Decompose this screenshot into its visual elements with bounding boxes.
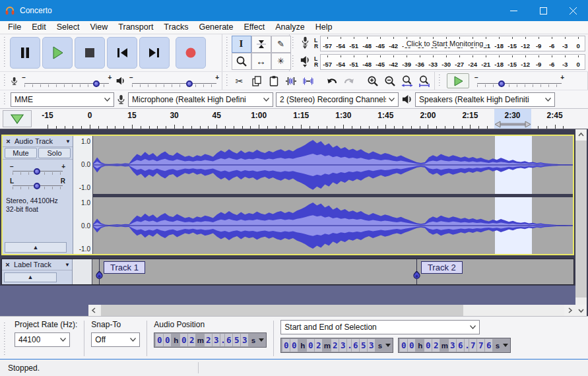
slider-thumb[interactable] <box>34 168 40 175</box>
monitoring-overlay[interactable]: Click to Start Monitoring <box>404 40 486 47</box>
time-digit[interactable]: 0 <box>424 339 432 352</box>
time-digit[interactable]: . <box>347 339 351 352</box>
vertical-scale-ruler[interactable]: 1.00.0-1.01.00.0-1.0 <box>73 136 93 254</box>
playback-device-select[interactable]: Speakers (Realtek High Definiti <box>415 92 555 107</box>
toolbar-grip[interactable] <box>438 75 441 87</box>
recording-meter-button[interactable] <box>296 36 313 51</box>
label-text[interactable]: Track 2 <box>421 261 463 274</box>
time-digit[interactable]: 2 <box>188 334 195 346</box>
toolbar-grip[interactable] <box>226 75 228 87</box>
track-menu-dropdown-icon[interactable]: ▼ <box>65 139 71 144</box>
track-title[interactable]: Label Track <box>13 261 63 268</box>
time-digit[interactable]: 6 <box>352 339 359 352</box>
snap-to-select[interactable]: Off <box>91 332 140 347</box>
minimize-button[interactable] <box>499 0 529 21</box>
zoom-out-button[interactable] <box>381 74 398 88</box>
track-menu-dropdown-icon[interactable]: ▼ <box>65 262 71 268</box>
menu-item-edit[interactable]: Edit <box>26 21 51 34</box>
vertical-scrollbar[interactable] <box>575 129 587 316</box>
menu-item-transport[interactable]: Transport <box>113 21 158 34</box>
time-digit[interactable]: 0 <box>307 339 314 352</box>
menu-item-file[interactable]: File <box>3 21 26 34</box>
track-close-button[interactable]: × <box>3 261 12 268</box>
time-digit[interactable]: 0 <box>290 339 298 352</box>
play-speed-slider[interactable]: −+ <box>473 74 566 88</box>
horizontal-scrollbar[interactable] <box>88 305 575 316</box>
slider-thumb[interactable] <box>186 80 193 87</box>
timeline-ruler[interactable]: -1501530451:001:151:301:452:002:152:302:… <box>0 108 588 129</box>
recording-volume-slider[interactable]: −+ <box>20 74 113 88</box>
time-digit[interactable]: 7 <box>469 339 476 352</box>
menu-item-tracks[interactable]: Tracks <box>158 21 193 34</box>
label-text[interactable]: Track 1 <box>104 261 145 274</box>
waveform-right-channel[interactable] <box>93 197 573 254</box>
timefield-dropdown-arrow[interactable] <box>385 344 391 350</box>
silence-audio-button[interactable] <box>300 74 316 88</box>
time-digit[interactable]: 2 <box>331 339 339 352</box>
audio-track[interactable]: × Audio Track ▼ Mute Solo −+ LR <box>1 135 574 255</box>
timefield-dropdown-arrow[interactable] <box>259 338 264 344</box>
time-digit[interactable]: 0 <box>164 334 171 346</box>
copy-button[interactable] <box>248 74 265 88</box>
time-digit[interactable]: . <box>465 339 469 352</box>
horizontal-scroll-track[interactable] <box>100 305 564 316</box>
timeline-scale[interactable]: -1501530451:001:151:301:452:002:152:302:… <box>0 109 588 129</box>
gain-slider[interactable]: −+ <box>9 163 67 176</box>
playback-volume-slider[interactable]: −+ <box>128 74 220 88</box>
time-digit[interactable]: 0 <box>282 339 290 352</box>
time-digit[interactable]: 3 <box>339 339 346 352</box>
time-digit[interactable]: 6 <box>457 339 464 352</box>
menu-item-effect[interactable]: Effect <box>239 21 271 34</box>
menu-item-generate[interactable]: Generate <box>193 21 238 34</box>
envelope-tool-button[interactable] <box>251 36 271 53</box>
slider-thumb[interactable] <box>498 80 505 87</box>
recording-device-select[interactable]: Microphone (Realtek High Defini <box>128 92 273 107</box>
toolbar-grip[interactable] <box>292 37 294 50</box>
time-digit[interactable]: 2 <box>205 334 212 346</box>
pan-slider[interactable]: LR <box>9 177 67 191</box>
zoom-in-button[interactable] <box>364 74 381 88</box>
vertical-scroll-thumb[interactable] <box>575 141 587 298</box>
stop-button[interactable] <box>75 37 105 69</box>
timefield-dropdown-arrow[interactable] <box>503 344 508 350</box>
scroll-right-arrow[interactable] <box>564 305 575 316</box>
time-digit[interactable]: 6 <box>485 339 492 352</box>
selection-end-field[interactable]: 00h02m36.776s <box>398 338 511 353</box>
time-digit[interactable]: 3 <box>241 334 248 346</box>
zoom-tool-button[interactable] <box>232 53 251 70</box>
time-shift-tool-button[interactable]: ↔ <box>251 53 271 70</box>
audio-position-field[interactable]: 00h02m23.653s <box>154 332 267 348</box>
label-marker[interactable] <box>96 271 103 284</box>
label-track[interactable]: × Label Track ▼ ▲ Track 1Track 2 <box>1 259 574 285</box>
play-button[interactable] <box>42 37 73 69</box>
menu-item-analyze[interactable]: Analyze <box>270 21 310 34</box>
undo-button[interactable] <box>323 74 340 88</box>
audio-host-select[interactable]: MME <box>11 92 114 107</box>
scroll-down-arrow[interactable] <box>575 305 587 316</box>
time-digit[interactable]: 0 <box>156 334 163 346</box>
selection-tool-button[interactable]: I <box>232 36 251 53</box>
cut-button[interactable]: ✂ <box>231 74 247 88</box>
fit-project-button[interactable] <box>416 74 432 88</box>
solo-button[interactable]: Solo <box>38 148 71 158</box>
scroll-left-arrow[interactable] <box>88 305 100 316</box>
paste-button[interactable] <box>265 74 282 88</box>
multi-tool-button[interactable]: ✳ <box>271 53 291 70</box>
mute-button[interactable]: Mute <box>5 148 37 158</box>
draw-tool-button[interactable]: ✎ <box>271 36 291 53</box>
selection-resize-arrow[interactable] <box>494 121 531 128</box>
menu-item-select[interactable]: Select <box>51 21 85 34</box>
track-collapse-button[interactable]: ▲ <box>5 242 67 253</box>
maximize-button[interactable] <box>529 0 558 21</box>
waveform-left-channel[interactable] <box>93 136 573 194</box>
time-digit[interactable]: 2 <box>315 339 322 352</box>
project-rate-select[interactable]: 44100 <box>15 332 70 347</box>
time-digit[interactable]: 0 <box>400 339 407 352</box>
close-button[interactable] <box>558 0 588 21</box>
label-marker[interactable] <box>413 271 420 284</box>
recording-channels-select[interactable]: 2 (Stereo) Recording Channels <box>276 92 399 107</box>
time-digit[interactable]: 6 <box>225 334 232 346</box>
toolbar-grip[interactable] <box>3 93 6 106</box>
track-title[interactable]: Audio Track <box>14 137 64 145</box>
track-close-button[interactable]: × <box>4 137 13 145</box>
